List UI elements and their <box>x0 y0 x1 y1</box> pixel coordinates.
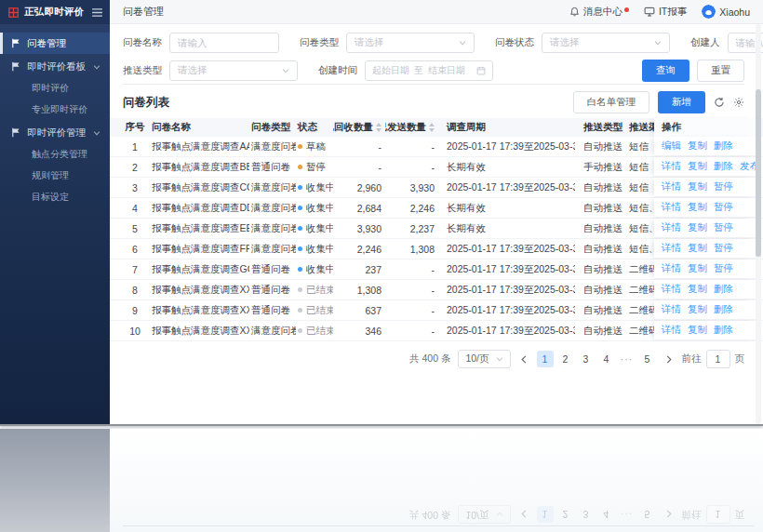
sidebar-item-touchpoint-category-management[interactable]: 触点分类管理 <box>0 143 110 165</box>
op-detail-link[interactable]: 详情 <box>662 221 681 234</box>
op-pause-link[interactable]: 暂停 <box>714 242 733 255</box>
op-copy-link[interactable]: 复制 <box>688 283 707 296</box>
page-button-4[interactable]: 4 <box>598 351 615 367</box>
survey-status-select[interactable]: 请选择 <box>542 33 670 53</box>
page-size-select[interactable]: 10/页 <box>458 505 510 524</box>
op-copy-link[interactable]: 复制 <box>688 303 707 316</box>
cell-push-type: 自动推送 <box>575 259 627 279</box>
page-button-4[interactable]: 4 <box>598 506 615 523</box>
op-copy-link[interactable]: 复制 <box>688 324 707 337</box>
page-button-1[interactable]: 1 <box>537 506 554 523</box>
op-copy-link[interactable]: 复制 <box>688 180 707 193</box>
page-size-select[interactable]: 10/页 <box>458 350 510 368</box>
next-page-button[interactable] <box>663 511 675 519</box>
op-pause-link[interactable]: 暂停 <box>714 221 733 234</box>
gear-icon[interactable] <box>733 97 744 108</box>
op-delete-link[interactable]: 删除 <box>714 324 733 337</box>
status-dot <box>298 287 302 292</box>
op-detail-link[interactable]: 详情 <box>662 303 681 316</box>
sidebar-item-questionnaire-management[interactable]: 问卷管理 <box>0 33 110 54</box>
op-detail-link[interactable]: 详情 <box>662 242 681 255</box>
status-label: 已结束 <box>306 325 333 338</box>
op-copy-link[interactable]: 复制 <box>688 242 707 255</box>
op-detail-link[interactable]: 详情 <box>662 324 681 337</box>
goto-page-input[interactable] <box>706 350 730 368</box>
message-center-button[interactable]: 消息中心 <box>569 6 629 19</box>
page-button-2[interactable]: 2 <box>557 506 574 523</box>
op-copy-link[interactable]: 复制 <box>688 160 707 173</box>
sidebar-item-realtime-eval-board[interactable]: 即时评价看板 <box>0 56 110 77</box>
collapse-menu-icon[interactable] <box>92 8 102 17</box>
cell-survey-type: 满意度问卷 <box>249 321 296 340</box>
cell-survey-type: 满意度问卷 <box>249 178 296 197</box>
page-button-5[interactable]: 5 <box>639 351 656 367</box>
survey-type-select[interactable]: 请选择 <box>346 33 475 53</box>
chevron-down-icon <box>93 63 100 71</box>
page-button-1[interactable]: 1 <box>537 351 554 367</box>
push-type-select[interactable]: 请选择 <box>169 60 298 81</box>
scrollbar-thumb[interactable] <box>756 89 761 257</box>
op-delete-link[interactable]: 删除 <box>714 160 733 173</box>
page-button-3[interactable]: 3 <box>578 351 595 367</box>
page-button-5[interactable]: 5 <box>639 506 656 523</box>
whitelist-button[interactable]: 白名单管理 <box>573 91 650 113</box>
add-button[interactable]: 新增 <box>658 91 705 113</box>
cell-survey-period: 2025-01-17 17:39至2025-03-31 23:59 <box>438 280 575 299</box>
search-button[interactable]: 查询 <box>642 60 689 82</box>
sidebar-item-goal-setting[interactable]: 目标设定 <box>0 186 110 207</box>
scrollbar[interactable] <box>756 24 761 424</box>
sort-carets-icon[interactable] <box>376 123 382 132</box>
page-button-2[interactable]: 2 <box>557 351 574 367</box>
sidebar-item-realtime-eval-management[interactable]: 即时评价管理 <box>0 122 110 143</box>
sidebar-item-professional-realtime-eval[interactable]: 专业即时评价 <box>0 99 110 120</box>
user-menu[interactable]: Xiaohu <box>702 5 750 19</box>
table-header: 序号问卷名称问卷类型状态已回收数量已发送数量调查周期推送类型推送渠道 操作 <box>110 118 763 137</box>
column-header[interactable]: 已回收数量 <box>333 118 385 137</box>
flag-icon <box>11 127 20 138</box>
op-detail-link[interactable]: 详情 <box>662 160 681 173</box>
status-dot <box>298 246 302 251</box>
op-delete-link[interactable]: 删除 <box>714 283 733 296</box>
op-delete-link[interactable]: 删除 <box>714 140 733 153</box>
cell-push-type: 自动推送 <box>575 198 627 218</box>
sidebar-item-rule-management[interactable]: 规则管理 <box>0 165 110 186</box>
cell-received-count: 1,308 <box>333 280 385 299</box>
op-copy-link[interactable]: 复制 <box>688 201 707 214</box>
table-row: 7 报事触点满意度调查GGG 普通问卷 收集中 237 - 2025-01-17… <box>110 259 763 280</box>
op-detail-link[interactable]: 详情 <box>662 180 681 193</box>
cell-received-count: 2,960 <box>333 178 385 197</box>
op-copy-link[interactable]: 复制 <box>688 140 707 153</box>
op-detail-link[interactable]: 详情 <box>662 262 681 275</box>
op-pause-link[interactable]: 暂停 <box>714 201 733 214</box>
create-time-range-picker[interactable]: 起始日期 至 结束日期 <box>365 60 493 81</box>
prev-page-button[interactable] <box>518 511 529 519</box>
sidebar-item-realtime-eval[interactable]: 即时评价 <box>0 77 110 99</box>
op-detail-link[interactable]: 详情 <box>662 201 681 214</box>
next-page-button[interactable] <box>663 355 675 364</box>
op-detail-link[interactable]: 详情 <box>662 283 681 296</box>
status-label: 暂停 <box>306 161 326 174</box>
pagination-total: 共 400 条 <box>409 352 450 366</box>
sort-carets-icon[interactable] <box>429 123 435 132</box>
goto-page-input[interactable] <box>706 505 730 524</box>
screen: 正弘即时评价 问卷管理 消息中心 <box>0 0 763 532</box>
prev-page-button[interactable] <box>518 355 529 364</box>
op-pause-link[interactable]: 暂停 <box>714 180 733 193</box>
op-delete-link[interactable]: 删除 <box>714 303 733 316</box>
avatar <box>702 5 716 19</box>
op-edit-link[interactable]: 编辑 <box>662 140 681 153</box>
op-copy-link[interactable]: 复制 <box>688 221 707 234</box>
op-copy-link[interactable]: 复制 <box>688 262 707 275</box>
refresh-icon[interactable] <box>714 97 725 108</box>
op-pause-link[interactable]: 暂停 <box>714 262 733 275</box>
column-header[interactable]: 已发送数量 <box>385 118 438 137</box>
cell-survey-type: 普通问卷 <box>249 157 296 177</box>
reset-button[interactable]: 重置 <box>697 60 744 82</box>
pagination-total: 共 400 条 <box>409 508 450 521</box>
page-button-3[interactable]: 3 <box>578 506 595 523</box>
survey-table: 序号问卷名称问卷类型状态已回收数量已发送数量调查周期推送类型推送渠道 操作 1 … <box>110 118 763 341</box>
it-report-button[interactable]: IT报事 <box>644 6 687 19</box>
survey-name-input[interactable] <box>169 33 279 53</box>
sidebar-item-label: 目标设定 <box>32 191 69 204</box>
chevron-down-icon <box>654 39 662 47</box>
